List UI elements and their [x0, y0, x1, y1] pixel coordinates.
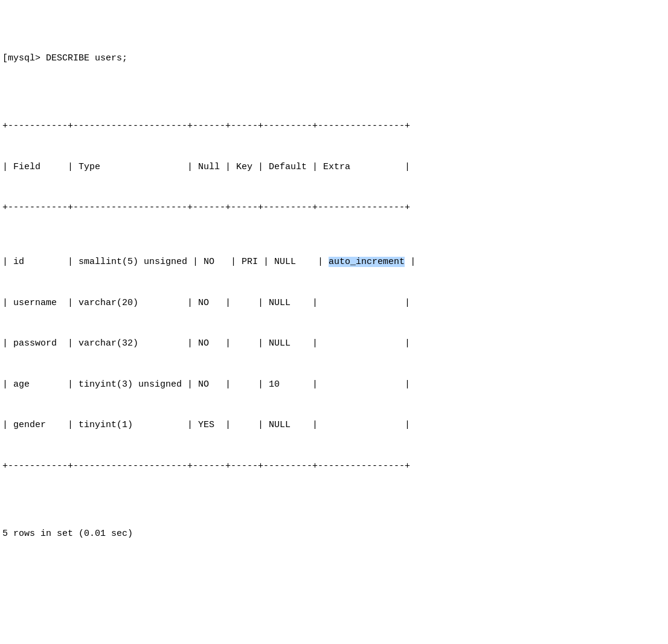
terminal-output: [mysql> DESCRIBE users; +-----------+---…: [0, 6, 668, 644]
table-row-gender: | gender | tinyint(1) | YES | | NULL | |: [2, 419, 666, 433]
table-header: | Field | Type | Null | Key | Default | …: [2, 161, 666, 175]
table-row-age: | age | tinyint(3) unsigned | NO | | 10 …: [2, 378, 666, 392]
describe-row-count: 5 rows in set (0.01 sec): [2, 527, 666, 541]
table-border: +-----------+---------------------+-----…: [2, 460, 666, 474]
table-border: +-----------+---------------------+-----…: [2, 201, 666, 215]
table-row-password: | password | varchar(32) | NO | | NULL |…: [2, 337, 666, 351]
describe-command: [mysql> DESCRIBE users;: [2, 52, 666, 66]
table-border: +-----------+---------------------+-----…: [2, 120, 666, 134]
table-row-id: | id | smallint(5) unsigned | NO | PRI |…: [2, 256, 666, 269]
auto-increment-highlight: auto_increment: [329, 257, 405, 267]
table-row-username: | username | varchar(20) | NO | | NULL |…: [2, 297, 666, 311]
